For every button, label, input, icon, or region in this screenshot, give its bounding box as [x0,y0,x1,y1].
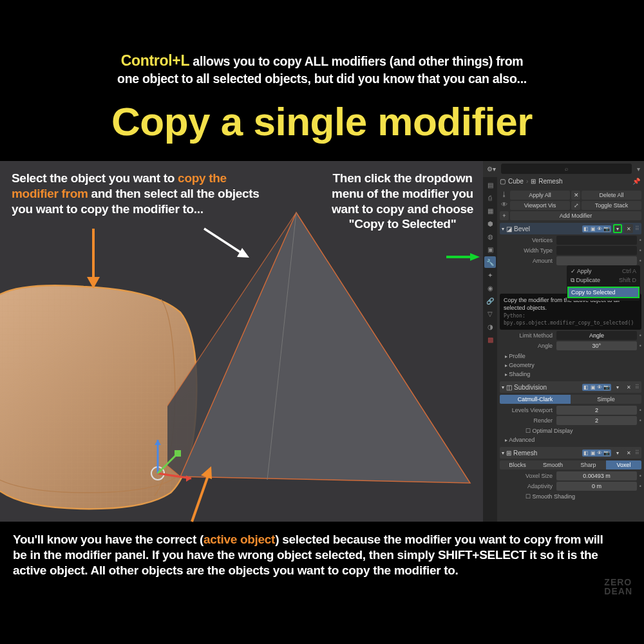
options-icon[interactable]: ⚙▾ [487,166,496,173]
tab-view-icon[interactable]: ▦ [484,205,496,216]
modifier-dropdown-button[interactable]: ▾ [613,224,622,233]
tab-modifiers-icon[interactable]: 🔧 [484,256,496,268]
modifier-dropdown-menu: ✓ Apply Ctrl A ⧉ Duplicate Shift D Copy … [567,265,640,301]
plus-icon[interactable]: + [500,211,509,220]
display-toggles[interactable]: ◧ ▣ 👁 📷 [582,225,611,232]
search-input[interactable]: ⌕ [501,164,632,174]
property-tabs: ▤ ⎙ ▦ ⬢ ◍ ▣ 🔧 ✦ ◉ 🔗 ▽ ◑ ▩ [483,177,497,522]
headline: Copy a single modifier [0,99,644,144]
add-modifier-button[interactable]: Add Modifier [510,211,641,220]
svg-marker-15 [470,253,480,261]
svg-marker-7 [155,440,161,445]
svg-marker-11 [87,277,100,289]
section-advanced[interactable]: Advanced [500,435,641,444]
voxel-size-input[interactable]: 0.00493 m [556,471,637,480]
pin-icon[interactable]: 📌 [632,178,640,185]
tab-texture-icon[interactable]: ▩ [484,334,496,345]
modifier-bevel-header[interactable]: ▾ ◪ Bevel ◧ ▣ 👁 📷 ▾ ✕ ⠿ [500,223,641,234]
svg-rect-9 [175,450,181,457]
viewport-vis-button[interactable]: Viewport Vis [510,201,570,210]
modifier-dropdown-button[interactable]: ▾ [613,448,622,457]
close-modifier-icon[interactable]: ✕ [624,224,633,233]
close-icon[interactable]: ✕ [571,191,580,200]
optimal-display-checkbox[interactable]: Optimal Display [500,426,641,435]
section-geometry[interactable]: Geometry [500,361,641,370]
filter-icon[interactable]: ▾ [637,166,640,173]
subdivision-icon: ◫ [506,384,512,391]
levels-viewport-input[interactable]: 2 [556,406,637,415]
modifier-subdivision-header[interactable]: ▾ ◫ Subdivision ◧ ▣ 👁 📷 ▾ ✕ ⠿ [500,381,641,393]
modifier-remesh-header[interactable]: ▾ ⊞ Remesh ◧ ▣ 👁 📷 ▾ ✕ ⠿ [500,447,641,459]
kbd-shortcut: Control+L [121,52,190,69]
tab-render-icon[interactable]: ▤ [484,179,496,191]
caption-left: Select the object you want to copy the m… [12,171,269,216]
intro-text: Control+L allows you to copy ALL modifie… [0,52,644,87]
apply-all-button[interactable]: Apply All [510,191,570,200]
remesh-mode-tabs[interactable]: Blocks Smooth Sharp Voxel [500,460,641,469]
eye-icon[interactable]: 👁 [500,201,509,210]
svg-marker-13 [237,248,249,258]
tab-material-icon[interactable]: ◑ [484,321,496,332]
properties-panel: ⚙▾ ⌕ ▾ ▤ ⎙ ▦ ⬢ ◍ ▣ 🔧 ✦ ◉ 🔗 ▽ ◑ ▩ ▢ Cube … [483,161,644,522]
delete-all-button[interactable]: Delete All [582,191,641,200]
expand-icon[interactable]: ⤢ [571,201,580,210]
caption-right: Then click the dropdown menu of the modi… [328,171,477,232]
section-shading[interactable]: Shading [500,370,641,379]
svg-line-16 [192,474,209,522]
tab-physics-icon[interactable]: ◉ [484,282,496,294]
tab-object-icon[interactable]: ▣ [484,243,496,255]
svg-line-8 [158,454,177,473]
bottom-caption: You'll know you have the correct (active… [13,532,605,578]
subdivision-mode-tabs[interactable]: Catmull-Clark Simple [500,395,641,404]
menu-apply[interactable]: ✓ Apply Ctrl A [568,267,639,276]
close-modifier-icon[interactable]: ✕ [624,448,633,457]
remesh-icon: ⊞ [531,178,536,185]
tab-constraints-icon[interactable]: 🔗 [484,295,496,307]
modifier-dropdown-button[interactable]: ▾ [613,383,622,392]
breadcrumb: ▢ Cube › ⊞ Remesh 📌 [483,176,644,187]
watermark: ZERO DEAN [604,578,632,596]
green-arrow-icon [444,251,480,263]
arrow-to-cube-icon [80,225,106,290]
arrow-to-pyramid-icon [196,222,254,264]
close-modifier-icon[interactable]: ✕ [624,383,633,392]
toggle-stack-button[interactable]: Toggle Stack [582,201,641,210]
adaptivity-input[interactable]: 0 m [556,482,637,491]
display-toggles[interactable]: ◧ ▣ 👁 📷 [582,384,611,391]
tab-world-icon[interactable]: ◍ [484,231,496,242]
tab-output-icon[interactable]: ⎙ [484,192,496,204]
section-profile[interactable]: Profile [500,352,641,361]
svg-marker-17 [201,466,212,479]
bevel-icon: ◪ [506,225,512,232]
cube-icon: ▢ [500,178,506,185]
tab-particles-icon[interactable]: ✦ [484,269,496,281]
download-icon[interactable]: ⭳ [500,191,509,200]
tab-scene-icon[interactable]: ⬢ [484,218,496,229]
remesh-icon: ⊞ [506,450,511,457]
menu-copy-to-selected[interactable]: Copy to Selected [567,287,639,298]
tab-mesh-icon[interactable]: ▽ [484,308,496,319]
svg-line-12 [204,229,243,254]
display-toggles[interactable]: ◧ ▣ 👁 📷 [582,450,611,457]
render-levels-input[interactable]: 2 [556,416,637,425]
menu-duplicate[interactable]: ⧉ Duplicate Shift D [568,276,639,285]
arrow-to-active-icon [182,462,220,527]
smooth-shading-checkbox[interactable]: Smooth Shading [500,492,641,501]
